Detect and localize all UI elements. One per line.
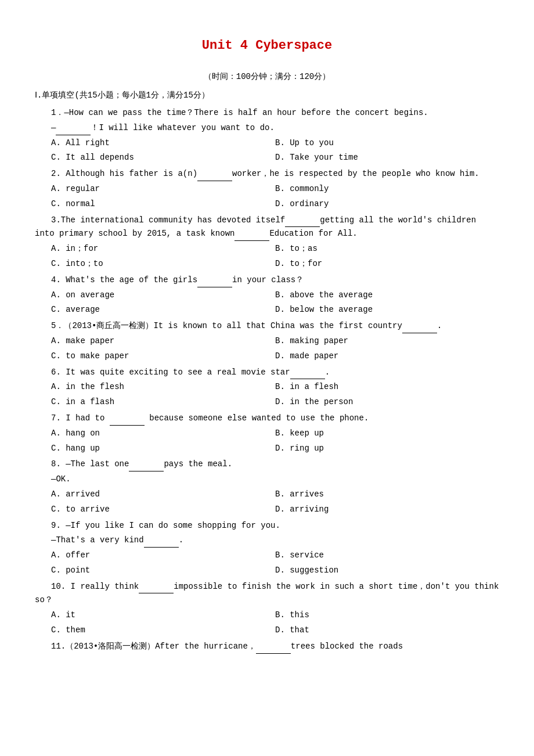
q6-text: 6. It was quite exciting to see a real m… [35,366,499,380]
question-2: 2. Although his father is a(n)worker，he … [35,167,499,211]
q5-options2: C. to make paper D. made paper [51,350,499,363]
q2-options2: C. normal D. ordinary [51,197,499,211]
q6-optD: D. in the person [275,395,499,409]
q8-optC: C. to arrive [51,503,275,517]
q9-text: 9. —If you like I can do some shopping f… [35,519,499,533]
q3-text: 3.The international community has devote… [35,214,499,242]
q5-optD: D. made paper [275,350,499,363]
q7-options2: C. hang up D. ring up [51,442,499,456]
q4-text: 4. What's the age of the girlsin your cl… [35,273,499,287]
q5-optB: B. making paper [275,334,499,348]
q5-options: A. make paper B. making paper [51,334,499,348]
q9-optD: D. suggestion [275,564,499,578]
q8-text: 8. —The last onepays the meal. [35,458,499,471]
q10-optD: D. that [275,624,499,638]
q6-optC: C. in a flash [51,395,275,409]
page-title: Unit 4 Cyberspace [35,35,499,56]
q5-optC: C. to make paper [51,350,275,363]
q3-optC: C. into；to [51,257,275,271]
q5-optA: A. make paper [51,334,275,348]
q7-text: 7. I had to because someone else wanted … [35,412,499,426]
q3-optA: A. in；for [51,242,275,256]
q10-options2: C. them D. that [51,624,499,638]
q10-options: A. it B. this [51,609,499,622]
q3-optB: B. to；as [275,242,499,256]
q4-optD: D. below the average [275,303,499,317]
q1-optC: C. It all depends [51,151,275,165]
q8-text2: —OK. [35,473,499,487]
q8-optA: A. arrived [51,488,275,502]
q3-options2: C. into；to D. to；for [51,257,499,271]
q9-text2: —That's a very kind. [35,534,499,548]
question-4: 4. What's the age of the girlsin your cl… [35,273,499,317]
q4-optA: A. on average [51,289,275,303]
q9-options2: C. point D. suggestion [51,564,499,578]
q6-options2: C. in a flash D. in the person [51,395,499,409]
q1-optD: D. Take your time [275,151,499,165]
q4-options2: C. average D. below the average [51,303,499,317]
q5-text: 5．（2013•商丘高一检测）It is known to all that C… [35,319,499,333]
question-8: 8. —The last onepays the meal. —OK. A. a… [35,458,499,516]
q1-optA: A. All right [51,136,275,150]
q7-options: A. hang on B. keep up [51,427,499,441]
q7-optD: D. ring up [275,442,499,456]
q2-optA: A. regular [51,182,275,196]
q4-options: A. on average B. above the average [51,289,499,303]
q1-options2: C. It all depends D. Take your time [51,151,499,165]
q3-optD: D. to；for [275,257,499,271]
question-11: 11.（2013•洛阳高一检测）After the hurricane，tree… [35,640,499,654]
q8-options2: C. to arrive D. arriving [51,503,499,517]
q6-optB: B. in a flesh [275,380,499,394]
questions-container: 1．—How can we pass the time？There is hal… [35,106,499,654]
q3-options: A. in；for B. to；as [51,242,499,256]
q8-options: A. arrived B. arrives [51,488,499,502]
q1-options: A. All right B. Up to you [51,136,499,150]
q7-optA: A. hang on [51,427,275,441]
q2-options: A. regular B. commonly [51,182,499,196]
q1-text2: —！I will like whatever you want to do. [35,121,499,135]
section1-header: Ⅰ.单项填空(共15小题；每小题1分，满分15分） [35,89,499,103]
q7-optB: B. keep up [275,427,499,441]
q4-optC: C. average [51,303,275,317]
q10-optA: A. it [51,609,275,622]
q9-options: A. offer B. service [51,549,499,563]
q2-optD: D. ordinary [275,197,499,211]
question-5: 5．（2013•商丘高一检测）It is known to all that C… [35,319,499,363]
question-9: 9. —If you like I can do some shopping f… [35,519,499,578]
q6-options: A. in the flesh B. in a flesh [51,380,499,394]
q10-text: 10. I really thinkimpossible to finish t… [35,580,499,608]
q10-optB: B. this [275,609,499,622]
q8-optB: B. arrives [275,488,499,502]
q1-optB: B. Up to you [275,136,499,150]
q8-optD: D. arriving [275,503,499,517]
q9-optA: A. offer [51,549,275,563]
q2-optC: C. normal [51,197,275,211]
q2-text: 2. Although his father is a(n)worker，he … [35,167,499,181]
q6-optA: A. in the flesh [51,380,275,394]
q9-optB: B. service [275,549,499,563]
q7-optC: C. hang up [51,442,275,456]
q9-optC: C. point [51,564,275,578]
q1-text: 1．—How can we pass the time？There is hal… [35,106,499,120]
q10-optC: C. them [51,624,275,638]
question-10: 10. I really thinkimpossible to finish t… [35,580,499,638]
q4-optB: B. above the average [275,289,499,303]
subtitle: （时间：100分钟；满分：120分） [35,70,499,84]
question-6: 6. It was quite exciting to see a real m… [35,366,499,409]
question-1: 1．—How can we pass the time？There is hal… [35,106,499,165]
q2-optB: B. commonly [275,182,499,196]
question-3: 3.The international community has devote… [35,214,499,271]
q11-text: 11.（2013•洛阳高一检测）After the hurricane，tree… [35,640,499,654]
question-7: 7. I had to because someone else wanted … [35,412,499,455]
